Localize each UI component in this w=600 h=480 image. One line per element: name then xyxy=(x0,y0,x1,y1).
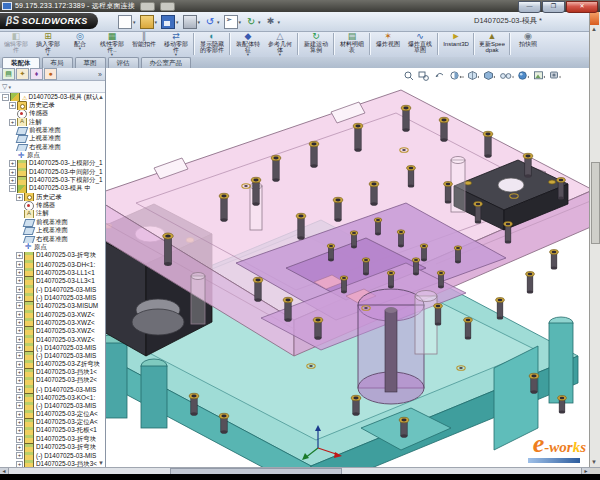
expand-icon[interactable]: + xyxy=(16,277,23,284)
tree-item[interactable]: 原点 xyxy=(0,151,105,159)
undo-dropdown-caret-icon[interactable]: ▾ xyxy=(217,19,220,25)
scroll-up-arrow-icon[interactable]: ▲ xyxy=(591,26,597,32)
tree-item[interactable]: +D1407025-03-XWZ< xyxy=(0,310,105,318)
new-button[interactable]: ▾ xyxy=(118,15,136,29)
tree-item[interactable]: +D1407025-03-DH<1: xyxy=(0,260,105,268)
save-dropdown-caret-icon[interactable]: ▾ xyxy=(176,19,179,25)
tree-scroll-down-icon[interactable]: ▼ xyxy=(98,460,104,466)
tree-item[interactable]: +(-) D1407025-03-MIS xyxy=(0,452,105,460)
tree-item[interactable]: +D1407025-03-折弯块 xyxy=(0,252,105,260)
open-button[interactable]: ▾ xyxy=(140,15,158,29)
print-dropdown-caret-icon[interactable]: ▾ xyxy=(198,19,201,25)
vertical-scroll-thumb[interactable] xyxy=(591,162,600,244)
rdp-titlebar[interactable]: 59.175.233.172:3389 - 远程桌面连接 xyxy=(0,0,600,12)
tree-item[interactable]: −⚠D1407025-03-模具 (默认 xyxy=(0,93,105,101)
options-dropdown-caret-icon[interactable]: ▾ xyxy=(278,19,281,25)
expand-icon[interactable]: + xyxy=(16,436,23,443)
undo-button[interactable]: ↺▾ xyxy=(204,16,220,28)
expand-icon[interactable]: + xyxy=(9,160,16,167)
expand-icon[interactable]: + xyxy=(16,311,23,318)
expand-icon[interactable]: + xyxy=(9,102,16,109)
apply-scene-icon[interactable] xyxy=(535,72,546,79)
expand-icon[interactable]: + xyxy=(16,394,23,401)
expand-icon[interactable]: + xyxy=(16,294,23,301)
scroll-down-arrow-icon[interactable]: ▼ xyxy=(591,459,597,465)
tree-item[interactable]: +D1407025-03-折弯块 xyxy=(0,435,105,443)
tree-item[interactable]: −D1407025-03-模具 中 xyxy=(0,185,105,193)
feature-manager-tree-tab-icon[interactable]: ▤ xyxy=(2,68,15,80)
tree-item[interactable]: +D1407025-03-中间部分_1 xyxy=(0,168,105,176)
rdp-pin-button[interactable] xyxy=(140,2,155,11)
expand-icon[interactable]: + xyxy=(16,319,23,326)
expand-icon[interactable]: + xyxy=(16,269,23,276)
tree-item[interactable]: 前视基准面 xyxy=(0,126,105,134)
edit-appearance-icon[interactable] xyxy=(519,72,529,80)
options-button[interactable]: ✱▾ xyxy=(265,16,281,28)
tree-item[interactable]: 右视基准面 xyxy=(0,235,105,243)
tree-item[interactable]: +历史记录 xyxy=(0,101,105,109)
expand-icon[interactable]: + xyxy=(16,252,23,259)
display-style-icon[interactable] xyxy=(485,72,496,80)
rebuild-dropdown-caret-icon[interactable]: ▾ xyxy=(258,19,261,25)
collapse-icon[interactable]: − xyxy=(9,185,16,192)
tree-item[interactable]: 右视基准面 xyxy=(0,143,105,151)
update-speedpak-button[interactable]: ▲更新Speedpak xyxy=(476,31,508,57)
expand-icon[interactable]: + xyxy=(16,327,23,334)
expand-icon[interactable]: + xyxy=(9,177,16,184)
tree-item[interactable]: 上视基准面 xyxy=(0,135,105,143)
new-icon[interactable] xyxy=(118,15,132,29)
expand-icon[interactable]: + xyxy=(16,344,23,351)
tree-item[interactable]: +历史记录 xyxy=(0,193,105,201)
tab-评估[interactable]: 评估 xyxy=(108,57,139,68)
insert-components-button[interactable]: ⊞插入零部件▾ xyxy=(32,31,64,57)
expand-icon[interactable]: + xyxy=(16,419,23,426)
view-settings-icon[interactable] xyxy=(551,72,561,78)
expand-icon[interactable]: + xyxy=(16,286,23,293)
tree-item[interactable]: +(-) D1407025-03-MIS xyxy=(0,285,105,293)
select-dropdown-caret-icon[interactable]: ▾ xyxy=(239,19,242,25)
open-icon[interactable] xyxy=(140,15,154,29)
reference-geometry-button[interactable]: △参考几何体▾ xyxy=(264,31,296,57)
expand-icon[interactable]: + xyxy=(16,444,23,451)
tree-item[interactable]: +(-) D1407025-03-MIS xyxy=(0,293,105,301)
mate-button[interactable]: ◎配合▾ xyxy=(64,31,96,57)
close-button[interactable]: ✕ xyxy=(566,1,598,13)
expand-icon[interactable]: + xyxy=(16,352,23,359)
tree-item[interactable]: +注解 xyxy=(0,118,105,126)
linear-component-pattern-button[interactable]: ▦线性零部件..▾ xyxy=(96,31,128,57)
save-button[interactable]: ▾ xyxy=(161,15,179,29)
tree-item[interactable]: +D1407025-03-折弯块 xyxy=(0,443,105,451)
tree-item[interactable]: +D1407025-03-MISUM xyxy=(0,302,105,310)
expand-icon[interactable]: + xyxy=(16,336,23,343)
undo-icon[interactable]: ↺ xyxy=(204,16,216,28)
tree-item[interactable]: 上视基准面 xyxy=(0,227,105,235)
expand-icon[interactable]: + xyxy=(16,427,23,434)
previous-view-icon[interactable] xyxy=(436,73,443,77)
save-icon[interactable] xyxy=(161,15,175,29)
expand-icon[interactable]: + xyxy=(16,411,23,418)
expand-icon[interactable]: + xyxy=(16,452,23,459)
mold-assembly-3d-model[interactable] xyxy=(106,68,590,467)
minimize-button[interactable]: — xyxy=(518,1,541,13)
tree-item[interactable]: +(-) D1407025-03-MIS xyxy=(0,402,105,410)
zoom-area-icon[interactable] xyxy=(419,72,428,80)
tree-item[interactable]: +D1407025-03-定位A< xyxy=(0,410,105,418)
filter-caret-icon[interactable]: ▾ xyxy=(8,84,11,90)
tree-item[interactable]: +D1407025-03-定位A< xyxy=(0,418,105,426)
tab-布局[interactable]: 布局 xyxy=(42,57,73,68)
show-hidden-components-button[interactable]: ◐显示隐藏的零部件 xyxy=(196,31,228,57)
hide-show-items-icon[interactable] xyxy=(501,74,514,79)
new-dropdown-caret-icon[interactable]: ▾ xyxy=(133,19,136,25)
options-icon[interactable]: ✱ xyxy=(265,16,277,28)
tree-item[interactable]: +D1407025-03-XWZ< xyxy=(0,318,105,326)
rdp-minimize-button[interactable] xyxy=(160,2,175,11)
configuration-manager-tab-icon[interactable]: ♦ xyxy=(30,68,43,80)
section-view-icon[interactable] xyxy=(451,72,464,79)
tab-草图[interactable]: 草图 xyxy=(75,57,106,68)
tree-item[interactable]: +D1407025-03-LL1<1 xyxy=(0,268,105,276)
assembly-features-button[interactable]: ◆装配体特征▾ xyxy=(232,31,264,57)
graphics-viewport[interactable]: e-works xyxy=(106,68,590,467)
expand-icon[interactable]: + xyxy=(16,302,23,309)
explode-line-sketch-button[interactable]: ∿爆炸直线草图 xyxy=(404,31,436,57)
tree-item[interactable]: +(-) D1407025-03-MIS xyxy=(0,385,105,393)
